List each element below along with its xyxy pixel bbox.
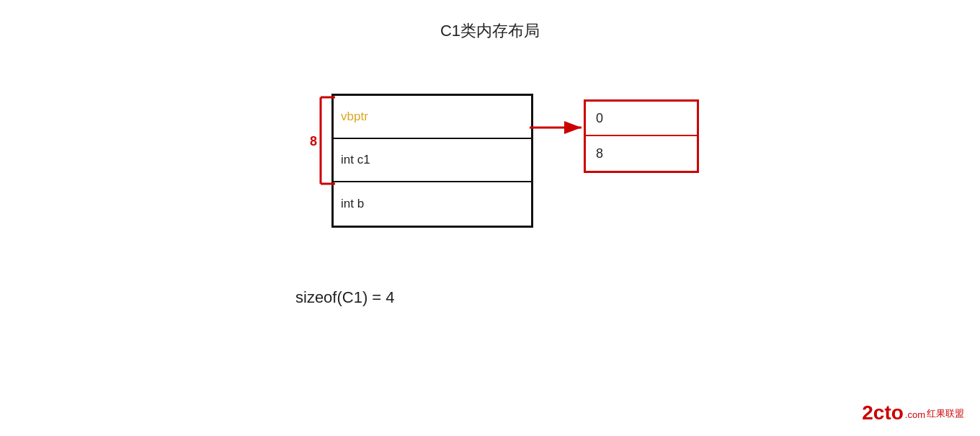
vtable-box: 0 8 bbox=[584, 99, 699, 173]
svg-text:8: 8 bbox=[310, 134, 317, 148]
page-title: C1类内存布局 bbox=[440, 20, 540, 42]
memory-row-vbptr: vbptr bbox=[334, 96, 531, 139]
memory-row-intc1: int c1 bbox=[334, 139, 531, 182]
vtable-value-0: 0 bbox=[596, 111, 603, 126]
dimension-bracket: 8 bbox=[303, 94, 339, 187]
memory-row-intb: int b bbox=[334, 182, 531, 226]
vtable-row-8: 8 bbox=[586, 136, 697, 171]
sizeof-label: sizeof(C1) = 4 bbox=[295, 288, 395, 307]
vtable-value-8: 8 bbox=[596, 146, 603, 161]
vtable-row-0: 0 bbox=[586, 102, 697, 136]
logo: 2cto .com 红果联盟 bbox=[862, 403, 964, 423]
logo-dotcom: .com bbox=[905, 409, 925, 420]
intc1-label: int c1 bbox=[341, 153, 370, 167]
logo-chinese: 红果联盟 bbox=[927, 407, 964, 420]
logo-2cto: 2cto bbox=[862, 403, 904, 423]
vbptr-label: vbptr bbox=[341, 110, 368, 124]
intb-label: int b bbox=[341, 197, 364, 211]
memory-layout-box: vbptr int c1 int b bbox=[331, 94, 533, 228]
